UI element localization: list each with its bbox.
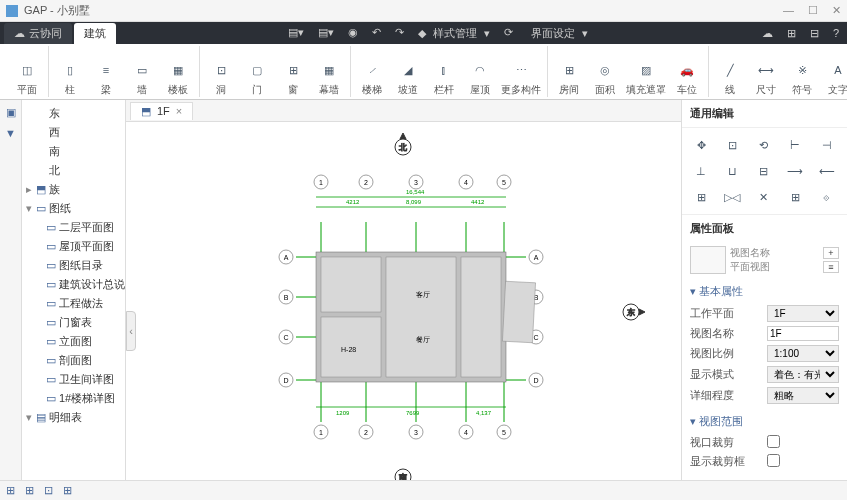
tree-node-3[interactable]: 北 — [24, 161, 123, 180]
prop-input-显示裁剪框[interactable] — [767, 454, 780, 467]
tab-architecture[interactable]: 建筑 — [74, 23, 116, 44]
ribbon-洞[interactable]: ⊡洞 — [206, 47, 236, 97]
svg-text:16,544: 16,544 — [406, 189, 425, 195]
ribbon-label: 楼梯 — [362, 83, 382, 97]
tree-node-8[interactable]: ▭图纸目录 — [24, 256, 123, 275]
ribbon-线[interactable]: ╱线 — [715, 47, 745, 97]
thumb-menu-button[interactable]: ≡ — [823, 261, 839, 273]
tree-node-14[interactable]: ▭卫生间详图 — [24, 370, 123, 389]
edit-tool-13[interactable]: ⊞ — [782, 186, 808, 208]
prop-input-视口裁剪[interactable] — [767, 435, 780, 448]
edit-tool-10[interactable]: ⊞ — [688, 186, 714, 208]
tree-node-2[interactable]: 南 — [24, 142, 123, 161]
ribbon-墙[interactable]: ▭墙 — [127, 47, 157, 97]
tree-node-12[interactable]: ▭立面图 — [24, 332, 123, 351]
edit-tool-0[interactable]: ✥ — [688, 134, 714, 156]
leftbar-filter-icon[interactable]: ▼ — [5, 127, 16, 139]
thumb-type: 平面视图 — [730, 260, 819, 274]
edit-tool-12[interactable]: ✕ — [751, 186, 777, 208]
edit-tool-11[interactable]: ▷◁ — [719, 186, 745, 208]
redo-icon[interactable]: ↷ — [391, 26, 408, 41]
prop-label: 视图比例 — [690, 346, 767, 361]
minimize-button[interactable]: — — [783, 4, 794, 17]
prop-label: 详细程度 — [690, 388, 767, 403]
leftbar-panel-icon[interactable]: ▣ — [6, 106, 16, 119]
ribbon-幕墙[interactable]: ▦幕墙 — [314, 47, 344, 97]
file-tab-close[interactable]: × — [176, 105, 182, 117]
ribbon-label: 文字 — [828, 83, 847, 97]
tree-node-6[interactable]: ▭二层平面图 — [24, 218, 123, 237]
thumb-add-button[interactable]: + — [823, 247, 839, 259]
ribbon-房间[interactable]: ⊞房间 — [554, 47, 584, 97]
status-icon-2[interactable]: ⊞ — [25, 484, 34, 497]
prop-input-工作平面[interactable]: 1F — [767, 305, 839, 322]
edit-tool-3[interactable]: ⊢ — [782, 134, 808, 156]
prop-input-视图名称[interactable] — [767, 326, 839, 341]
tree-node-13[interactable]: ▭剖面图 — [24, 351, 123, 370]
menu-save-icon[interactable]: ◉ — [344, 26, 362, 41]
tab-cloud[interactable]: ☁云协同 — [4, 23, 72, 44]
ribbon-尺寸[interactable]: ⟷尺寸 — [751, 47, 781, 97]
ribbon-门[interactable]: ▢门 — [242, 47, 272, 97]
file-tab-1f[interactable]: ⬒ 1F × — [130, 102, 193, 120]
edit-tool-1[interactable]: ⊡ — [719, 134, 745, 156]
menu-cloud-icon[interactable]: ☁ — [758, 27, 777, 40]
tree-node-16[interactable]: ▾▤明细表 — [24, 408, 123, 427]
edit-tool-9[interactable]: ⟵ — [814, 160, 840, 182]
ribbon-梁[interactable]: ≡梁 — [91, 47, 121, 97]
menu-ui-settings[interactable]: 界面设定 ▾ — [523, 26, 592, 41]
edit-tool-14[interactable]: ⟐ — [814, 186, 840, 208]
menu-help-icon[interactable]: ? — [829, 27, 843, 40]
tree-node-5[interactable]: ▾▭图纸 — [24, 199, 123, 218]
ribbon-符号[interactable]: ※符号 — [787, 47, 817, 97]
edit-tool-6[interactable]: ⊔ — [719, 160, 745, 182]
tree-node-7[interactable]: ▭屋顶平面图 — [24, 237, 123, 256]
status-icon-4[interactable]: ⊞ — [63, 484, 72, 497]
ribbon-楼梯[interactable]: ⟋楼梯 — [357, 47, 387, 97]
tree-node-15[interactable]: ▭1#楼梯详图 — [24, 389, 123, 408]
edit-tool-8[interactable]: ⟶ — [782, 160, 808, 182]
ribbon-坡道[interactable]: ◢坡道 — [393, 47, 423, 97]
ribbon-面积[interactable]: ◎面积 — [590, 47, 620, 97]
ribbon-更多构件[interactable]: ⋯更多构件 — [501, 47, 541, 97]
undo-icon[interactable]: ↶ — [368, 26, 385, 41]
tree-node-0[interactable]: 东 — [24, 104, 123, 123]
tree-node-4[interactable]: ▸⬒族 — [24, 180, 123, 199]
prop-section-0[interactable]: ▾ 基本属性 — [690, 280, 839, 303]
ribbon-屋顶[interactable]: ◠屋顶 — [465, 47, 495, 97]
ribbon-柱[interactable]: ▯柱 — [55, 47, 85, 97]
edit-tool-7[interactable]: ⊟ — [751, 160, 777, 182]
tree-node-10[interactable]: ▭工程做法 — [24, 294, 123, 313]
prop-input-视图比例[interactable]: 1:100 — [767, 345, 839, 362]
ribbon-文字[interactable]: A文字 — [823, 47, 847, 97]
menu-style[interactable]: ◆ 样式管理 ▾ — [414, 26, 494, 41]
prop-label: 工作平面 — [690, 306, 767, 321]
ribbon-填充遮罩[interactable]: ▨填充遮罩 — [626, 47, 666, 97]
menu-dropdown-2[interactable]: ▤▾ — [314, 26, 338, 41]
edit-tool-5[interactable]: ⊥ — [688, 160, 714, 182]
ribbon-窗[interactable]: ⊞窗 — [278, 47, 308, 97]
menu-grid-icon[interactable]: ⊞ — [783, 27, 800, 40]
maximize-button[interactable]: ☐ — [808, 4, 818, 17]
ribbon-平面[interactable]: ◫平面 — [12, 47, 42, 97]
status-icon-3[interactable]: ⊡ — [44, 484, 53, 497]
tree-node-1[interactable]: 西 — [24, 123, 123, 142]
edit-tool-4[interactable]: ⊣ — [814, 134, 840, 156]
prop-input-显示模式[interactable]: 着色：有光照，无 — [767, 366, 839, 383]
menu-dropdown-1[interactable]: ▤▾ — [284, 26, 308, 41]
prop-section-1[interactable]: ▾ 视图范围 — [690, 410, 839, 433]
ribbon-楼板[interactable]: ▦楼板 — [163, 47, 193, 97]
tree-node-11[interactable]: ▭门窗表 — [24, 313, 123, 332]
menu-collapse-icon[interactable]: ⊟ — [806, 27, 823, 40]
drawing-canvas[interactable]: ‹ 北 南 东 1122334455 AABBCCDD 客厅 餐厅 H-28 — [126, 122, 681, 500]
tree-node-9[interactable]: ▭建筑设计总说明 — [24, 275, 123, 294]
edit-tool-2[interactable]: ⟲ — [751, 134, 777, 156]
status-icon-1[interactable]: ⊞ — [6, 484, 15, 497]
menu-refresh-icon[interactable]: ⟳ — [500, 26, 517, 41]
ribbon-栏杆[interactable]: ⫿栏杆 — [429, 47, 459, 97]
ribbon-icon: ▭ — [131, 59, 153, 81]
prop-input-详细程度[interactable]: 粗略 — [767, 387, 839, 404]
ribbon-车位[interactable]: 🚗车位 — [672, 47, 702, 97]
close-button[interactable]: ✕ — [832, 4, 841, 17]
svg-text:A: A — [284, 254, 289, 261]
